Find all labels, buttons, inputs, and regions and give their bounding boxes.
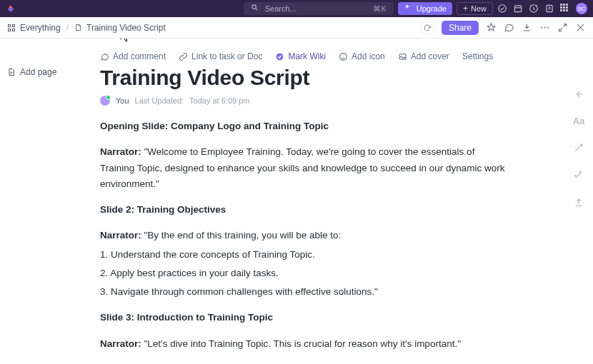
narrator-text-3: "Let's dive into Training Topic. This is… [141,338,461,349]
plus-icon: + [463,4,468,13]
doc-meta: You Last Updated: Today at 6:09 pm [100,96,550,106]
doc-settings-action[interactable]: Settings [462,51,493,61]
svg-point-14 [544,26,545,28]
text-style-icon[interactable]: Aa [573,116,585,126]
main-layout: Add page Add comment Link to task or Doc… [0,39,593,364]
export-icon[interactable] [573,196,584,208]
calendar-icon[interactable] [513,4,523,14]
add-page-label: Add page [20,67,56,77]
right-rail: Aa [564,39,593,364]
search-shortcut: ⌘K [373,4,386,14]
breadcrumb-root-label: Everything [20,23,61,33]
svg-rect-12 [13,29,15,31]
upgrade-button[interactable]: Upgrade [398,2,452,15]
new-label: New [471,4,487,13]
notepad-icon[interactable] [544,4,554,14]
user-avatar[interactable]: SC [576,3,587,14]
sync-status-icon[interactable] [420,21,434,35]
add-comment-label: Add comment [113,51,166,61]
add-cover-action[interactable]: Add cover [398,51,449,61]
secondary-actions: Share [420,21,586,35]
svg-point-21 [340,53,347,60]
svg-point-2 [499,5,507,13]
svg-rect-11 [9,29,11,31]
list-item-1[interactable]: 1. Understand the core concepts of Train… [100,247,507,263]
clock-icon[interactable] [529,4,539,14]
narrator-label-1: Narrator: [100,146,141,157]
doc-toolbar: Add comment Link to task or Doc Mark Wik… [100,39,550,66]
updated-value: Today at 6:09 pm [189,96,249,105]
body-paragraph-2[interactable]: Narrator: "By the end of this training, … [100,228,507,243]
breadcrumb-doc[interactable]: Training Video Script [74,23,166,33]
search-icon [251,4,261,14]
doc-settings-label: Settings [462,51,493,61]
download-icon[interactable] [522,22,532,33]
share-button[interactable]: Share [442,21,479,35]
narrator-text-1: "Welcome to Employee Training. Today, we… [100,146,505,189]
add-page-button[interactable]: Add page [7,67,64,77]
check-circle-icon[interactable] [497,4,507,14]
add-doc-icon-label: Add icon [352,51,385,61]
star-icon[interactable] [486,22,497,33]
breadcrumb-bar: Everything / Training Video Script Share [0,17,593,39]
list-item-2[interactable]: 2. Apply best practices in your daily ta… [100,266,507,281]
svg-line-1 [256,9,257,10]
search-placeholder: Search... [265,4,296,13]
mark-wiki-label: Mark Wiki [288,51,326,61]
link-task-label: Link to task or Doc [191,51,262,61]
document-pane: Add comment Link to task or Doc Mark Wik… [71,39,564,364]
app-topbar: Search... ⌘K Upgrade + New SC [0,0,593,17]
mark-wiki-action[interactable]: Mark Wiki [275,51,326,61]
global-search[interactable]: Search... ⌘K [244,2,394,15]
narrator-label-2: Narrator: [100,230,141,241]
upgrade-label: Upgrade [417,4,447,13]
breadcrumb-root[interactable]: Everything [7,23,61,33]
left-panel: Add page [0,39,71,364]
app-logo-icon [6,4,16,14]
add-cover-label: Add cover [411,51,449,61]
new-button[interactable]: + New [457,2,493,15]
author-name: You [116,96,129,105]
svg-point-13 [541,26,542,28]
more-icon[interactable] [539,22,550,33]
topbar-actions: SC [497,3,587,14]
author-avatar[interactable] [100,96,110,106]
add-comment-action[interactable]: Add comment [100,51,166,61]
body-heading-3[interactable]: Slide 3: Introduction to Training Topic [100,310,507,325]
doc-body[interactable]: Opening Slide: Company Logo and Training… [100,118,550,364]
updated-label: Last Updated: [135,96,184,105]
expand-icon[interactable] [557,22,568,33]
body-paragraph-3[interactable]: Narrator: "Let's dive into Training Topi… [100,336,507,352]
add-doc-icon-action[interactable]: Add icon [339,51,385,61]
hierarchy-icon [7,24,16,32]
breadcrumb-doc-label: Training Video Script [86,23,166,33]
ai-sparkle-icon[interactable] [573,169,584,181]
comment-icon[interactable] [504,22,514,33]
narrator-text-2: "By the end of this training, you will b… [141,230,341,241]
add-page-icon [7,68,16,76]
indent-icon[interactable] [573,89,584,100]
magic-wand-icon[interactable] [573,142,584,153]
sparkle-icon [404,4,414,14]
svg-point-15 [547,26,549,28]
narrator-label-3: Narrator: [100,338,141,349]
body-paragraph-1[interactable]: Narrator: "Welcome to Employee Training.… [100,144,507,192]
link-task-action[interactable]: Link to task or Doc [179,51,262,61]
svg-rect-10 [13,24,15,26]
body-heading-2[interactable]: Slide 2: Training Objectives [100,202,507,218]
apps-grid-icon[interactable] [560,4,570,14]
doc-icon [74,24,82,31]
breadcrumb-separator: / [66,23,69,33]
list-item-3[interactable]: 3. Navigate through common challenges wi… [100,284,507,300]
close-icon[interactable] [575,22,586,33]
body-heading-1[interactable]: Opening Slide: Company Logo and Training… [100,118,507,134]
svg-rect-3 [514,6,521,12]
svg-point-0 [252,5,256,9]
svg-rect-9 [9,24,11,26]
doc-title[interactable]: Training Video Script [100,66,550,90]
